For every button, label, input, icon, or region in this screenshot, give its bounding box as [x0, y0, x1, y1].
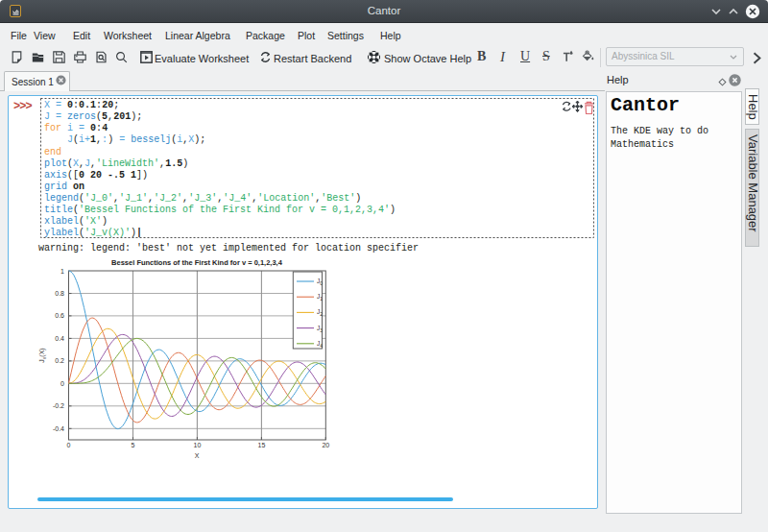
svg-text:-0.2: -0.2 [53, 402, 64, 409]
svg-text:0: 0 [60, 380, 64, 387]
svg-text:X: X [195, 452, 200, 459]
svg-text:0.6: 0.6 [55, 312, 64, 319]
svg-text:10: 10 [194, 442, 202, 448]
svg-text:1: 1 [60, 268, 64, 275]
svg-text:5: 5 [132, 442, 135, 448]
svg-text:0.2: 0.2 [55, 357, 64, 364]
svg-text:Jv(X): Jv(X) [38, 348, 47, 362]
svg-text:-0.4: -0.4 [53, 425, 64, 432]
svg-text:0.8: 0.8 [55, 290, 64, 297]
svg-text:0: 0 [67, 442, 71, 448]
svg-text:15: 15 [258, 442, 266, 448]
svg-text:20: 20 [322, 442, 329, 448]
svg-text:Bessel Functions of the First: Bessel Functions of the First Kind for v… [111, 258, 283, 267]
svg-text:0.4: 0.4 [55, 335, 64, 342]
